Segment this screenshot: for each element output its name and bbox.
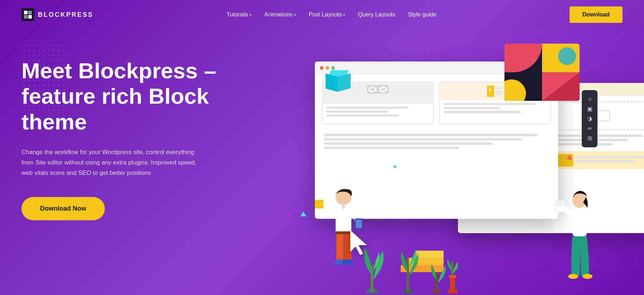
nav-item-animations: Animations ▾ <box>264 11 296 18</box>
toolbar-frame-icon: ▣ <box>587 105 592 112</box>
svg-rect-32 <box>450 277 455 292</box>
nav-link-style-guide[interactable]: Style guide <box>408 11 436 18</box>
text-line <box>575 156 644 158</box>
nav-link-animations[interactable]: Animations ▾ <box>264 11 296 18</box>
nav-link-post-layouts[interactable]: Post Layouts ▾ <box>309 11 345 18</box>
chevron-down-icon: ▾ <box>343 13 345 17</box>
svg-point-51 <box>568 274 578 279</box>
toolbar-grid-icon: ⊞ <box>587 135 592 142</box>
svg-rect-13 <box>496 91 503 93</box>
svg-rect-14 <box>496 94 501 95</box>
text-line <box>444 103 536 105</box>
nav-link-query-layouts[interactable]: Query Layouts <box>358 11 395 18</box>
browser-dot-red <box>320 66 323 70</box>
image-block-2 <box>553 151 644 169</box>
svg-rect-10 <box>487 85 494 97</box>
hero-subtitle: Change the workflow for your Wordpress s… <box>21 147 197 178</box>
nav-item-tutorials: Tutorials ▾ <box>226 11 252 18</box>
text-line <box>444 107 500 109</box>
hero-illustration: ⊹ ▣ ◑ ✏ ⊞ <box>250 29 644 295</box>
browser-text-bottom <box>322 130 551 154</box>
deco-triangle-right <box>567 154 572 159</box>
logo-link[interactable]: BLOCKPRESS <box>21 8 93 21</box>
nav-download-button[interactable]: Download <box>570 6 623 23</box>
svg-rect-46 <box>572 208 587 236</box>
text-line <box>324 147 459 149</box>
toolbar-pen-icon: ✏ <box>587 125 592 132</box>
svg-rect-1 <box>28 11 32 14</box>
text-line <box>326 107 409 109</box>
abstract-quadrant-3 <box>504 72 542 101</box>
floating-cube <box>326 69 351 94</box>
text-line <box>324 142 493 145</box>
svg-point-43 <box>342 259 353 265</box>
toolbar-move-icon: ⊹ <box>587 96 592 103</box>
nav-link-tutorials[interactable]: Tutorials ▾ <box>226 11 252 18</box>
person-right <box>555 190 605 284</box>
svg-rect-48 <box>556 202 563 202</box>
text-line <box>444 111 521 113</box>
svg-rect-3 <box>28 15 32 19</box>
text-line <box>553 134 643 137</box>
text-line <box>324 134 538 136</box>
svg-point-52 <box>582 274 592 279</box>
svg-rect-0 <box>24 11 28 14</box>
svg-rect-2 <box>24 15 28 19</box>
logo-text: BLOCKPRESS <box>38 11 93 19</box>
nav-links: Tutorials ▾ Animations ▾ Post Layouts ▾ … <box>226 11 436 18</box>
abstract-quadrant-2 <box>542 44 580 72</box>
hero-text-block: Meet Blockpress – feature rich Block the… <box>21 51 222 220</box>
browser-card-lines-1 <box>323 104 433 121</box>
editor-toolbar: ⊹ ▣ ◑ ✏ ⊞ <box>582 90 597 147</box>
text-line <box>326 110 388 113</box>
svg-rect-12 <box>496 86 503 90</box>
chevron-down-icon: ▾ <box>250 13 252 17</box>
logo-icon <box>21 8 34 21</box>
hero-section: Meet Blockpress – feature rich Block the… <box>0 29 644 295</box>
svg-rect-40 <box>336 233 343 261</box>
cube-left-face <box>326 74 337 92</box>
svg-rect-28 <box>407 258 409 292</box>
cube-right-face <box>337 73 351 92</box>
svg-rect-39 <box>356 220 362 228</box>
deco-dot-green <box>394 165 396 168</box>
nav-item-post-layouts: Post Layouts ▾ <box>309 11 345 18</box>
nav-item-query-layouts: Query Layouts <box>358 11 395 18</box>
cursor-arrow <box>347 229 372 259</box>
abstract-quadrant-4 <box>542 72 580 101</box>
svg-rect-49 <box>556 203 564 204</box>
hero-title: Meet Blockpress – feature rich Block the… <box>21 58 222 134</box>
navbar: BLOCKPRESS Tutorials ▾ Animations ▾ Post… <box>0 0 644 29</box>
chevron-down-icon: ▾ <box>294 13 296 17</box>
abstract-card <box>504 44 580 101</box>
toolbar-contrast-icon: ◑ <box>587 115 592 122</box>
svg-rect-50 <box>556 205 561 206</box>
download-now-button[interactable]: Download Now <box>21 197 105 220</box>
deco-triangle-left <box>301 211 306 216</box>
svg-rect-21 <box>596 111 610 121</box>
browser-card-lines-2 <box>440 100 550 118</box>
text-line <box>324 138 522 141</box>
plant-group <box>358 222 458 295</box>
text-line <box>326 114 399 117</box>
text-line <box>575 160 635 162</box>
dashed-placeholder <box>553 102 644 130</box>
abstract-quadrant-1 <box>504 44 542 72</box>
nav-item-style-guide: Style guide <box>408 11 436 18</box>
